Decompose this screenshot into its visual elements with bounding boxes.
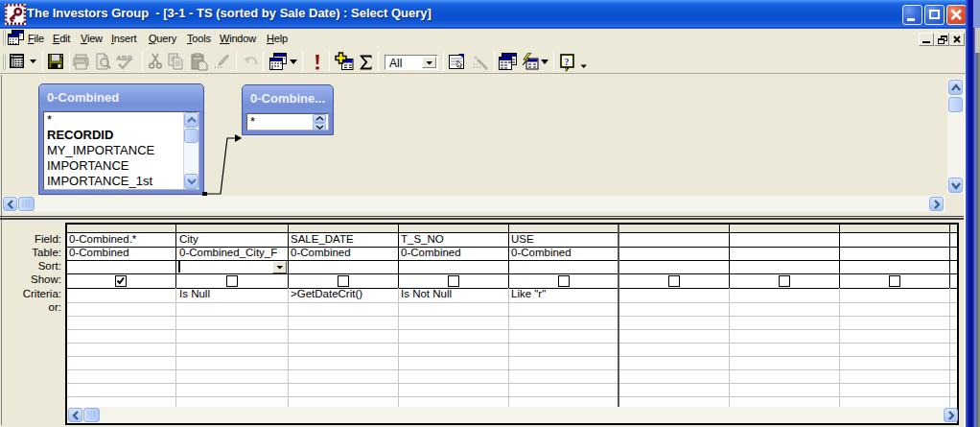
svg-text:?: ?	[565, 57, 570, 67]
